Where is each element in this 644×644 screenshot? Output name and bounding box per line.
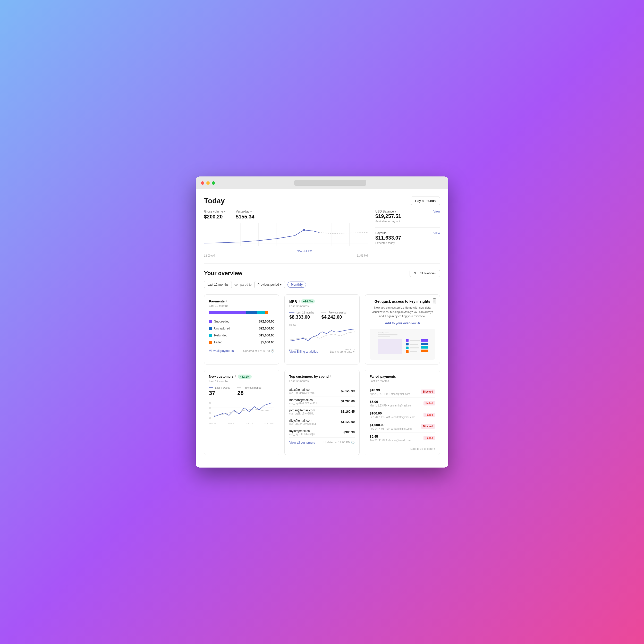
clock-icon: 🕐: [271, 349, 274, 352]
gross-volume-value: $200.20: [204, 214, 225, 220]
mrr-y-label: $8,333: [289, 324, 296, 326]
top-customers-card: Top customers by spend ℹ Last 12 months …: [284, 370, 360, 455]
svg-rect-23: [410, 340, 420, 341]
filter-row: Last 12 months compared to Previous peri…: [204, 281, 440, 288]
view-all-payments-link[interactable]: View all payments: [209, 349, 234, 353]
new-customers-subtitle: Last 12 months: [209, 380, 274, 383]
svg-text:10: 10: [209, 417, 211, 419]
legend-refunded: Refunded $15,000.00: [209, 332, 274, 339]
gear-icon: ⚙: [413, 272, 416, 275]
legend-uncaptured: Uncaptured $22,000.00: [209, 325, 274, 332]
svg-rect-30: [421, 350, 428, 352]
insight-preview: Outstanding invoices: [370, 329, 435, 360]
section-divider: [204, 263, 440, 264]
top-customers-updated: Updated at 12:00 PM 🕐: [324, 441, 355, 444]
payouts-view[interactable]: View: [433, 231, 440, 235]
top-customers-footer: View all customers Updated at 12:00 PM 🕐: [289, 441, 355, 444]
close-button[interactable]: [201, 181, 204, 185]
new-customers-info-icon: ℹ: [235, 375, 236, 378]
payouts-header: Payouts View: [375, 231, 440, 235]
new-customers-card: New customers ℹ +32.1% Last 12 months La…: [204, 370, 279, 455]
failed-payments-title: Failed payments: [370, 375, 435, 378]
svg-rect-19: [406, 339, 409, 342]
bar-succeeded: [209, 311, 246, 314]
nc-chart: 40 30 20 10 Feb 27 Mar 6 Mar 13 Mar 2022: [209, 400, 274, 425]
monthly-filter-button[interactable]: Monthly: [287, 282, 306, 288]
app-window: Today Pay out funds Gross volume ▾ $200.…: [196, 176, 448, 468]
check-icon-2: ●: [433, 447, 435, 450]
minimize-button[interactable]: [206, 181, 210, 185]
insight-card: × Get quick access to key insights Now y…: [365, 294, 440, 365]
second-row-grid: New customers ℹ +32.1% Last 12 months La…: [204, 370, 440, 455]
usd-balance-view[interactable]: View: [433, 210, 440, 213]
mrr-last12: Last 12 months $8,333.00: [289, 311, 314, 320]
mrr-last12-value: $8,333.00: [289, 315, 314, 320]
edit-overview-button[interactable]: ⚙ Edit overview: [410, 270, 440, 277]
svg-text:Outstanding invoices: Outstanding invoices: [378, 332, 389, 334]
failed-data-status: Data is up to date ●: [410, 447, 435, 450]
gross-volume-metric: Gross volume ▾ $200.20: [204, 210, 225, 220]
chevron-down-icon-2: ▾: [280, 283, 282, 286]
overview-header: Your overview ⚙ Edit overview: [204, 270, 440, 277]
mrr-card-subtitle: Last 12 months: [289, 304, 355, 308]
chart-time-end: 11:59 PM: [357, 254, 368, 257]
usd-balance-chevron[interactable]: ▾: [395, 210, 396, 213]
insight-close-button[interactable]: ×: [433, 298, 436, 304]
nc-x-mar6: Mar 6: [228, 422, 234, 425]
view-all-customers-link[interactable]: View all customers: [289, 441, 315, 444]
new-customers-title: New customers ℹ +32.1%: [209, 375, 274, 379]
overview-grid: Payments ℹ Last 12 months Succeeded $72,…: [204, 294, 440, 365]
customer-row-5: taylor@mail.cocus_LqDFXHuIvubQjk $980.99: [289, 427, 355, 438]
url-bar[interactable]: [294, 180, 366, 186]
legend-failed: Failed $5,000.00: [209, 339, 274, 346]
chart-time-start: 12:00 AM: [204, 254, 215, 257]
svg-rect-20: [406, 343, 409, 345]
payouts-block: Payouts View $11,633.07 Expected today: [375, 231, 440, 244]
payouts-sub: Expected today: [375, 241, 440, 244]
top-customers-list: alex@email.comcus_LrtFdoUCVfrYhm $2,120.…: [289, 386, 355, 438]
mrr-card: MRR ℹ +96.4% Last 12 months Last 12 mont…: [284, 294, 360, 365]
svg-rect-25: [410, 347, 419, 348]
compared-to-label: compared to: [234, 283, 252, 286]
yesterday-chevron[interactable]: ▾: [250, 210, 252, 213]
usd-balance-block: USD Balance ▾ View $19,257.51 Available …: [375, 210, 440, 223]
today-chart: Now, 4:45PM: [204, 223, 368, 246]
mrr-x-start: Feb 2022: [289, 348, 299, 351]
svg-text:30: 30: [209, 407, 211, 409]
failed-badge-3: Failed: [423, 413, 435, 417]
previous-period-filter-button[interactable]: Previous period ▾: [254, 281, 285, 288]
customer-row-3: jordan@email.comcus_LqZLrLSKy3klHL $1,16…: [289, 407, 355, 417]
failed-payments-subtitle: Last 12 months: [370, 379, 435, 383]
payments-card-subtitle: Last 12 months: [209, 304, 274, 307]
mrr-chart: $8,333 Feb 2022 Feb 2023: [289, 324, 355, 347]
yesterday-value: $155.34: [236, 214, 254, 220]
svg-rect-27: [421, 339, 428, 342]
failed-row-1: $10.99 Apr 22, 5:21 PM • ethan@mail.com …: [370, 386, 435, 398]
failed-row-4: $1,000.00 Feb 24, 4:06 PM • william@mail…: [370, 421, 435, 433]
svg-rect-17: [378, 336, 390, 337]
svg-rect-18: [378, 339, 402, 354]
nc-prev-line-indicator: [237, 387, 241, 388]
today-title: Today: [204, 197, 225, 205]
period-filter-button[interactable]: Last 12 months: [204, 281, 232, 288]
insight-body: Now you can customize Home with new data…: [370, 306, 435, 318]
usd-balance-sub: Available to pay out: [375, 220, 440, 223]
payments-card: Payments ℹ Last 12 months Succeeded $72,…: [204, 294, 279, 365]
bar-failed: [265, 311, 268, 314]
svg-rect-22: [406, 350, 409, 353]
gross-volume-chevron[interactable]: ▾: [224, 210, 225, 213]
customer-row-2: morgan@mail.cocus_LqaDWHVCbnhCeL $1,290.…: [289, 396, 355, 407]
nc-line-indicator: [209, 387, 213, 388]
right-divider: [375, 227, 440, 228]
svg-rect-24: [410, 344, 419, 345]
svg-rect-28: [421, 343, 428, 345]
mrr-badge: +96.4%: [301, 299, 315, 303]
today-main: Gross volume ▾ $200.20 Yesterday ▾ $155.…: [204, 210, 440, 257]
insight-add-link[interactable]: Add to your overview ⊕: [370, 321, 435, 325]
payout-button[interactable]: Pay out funds: [411, 197, 440, 205]
nc-x-mar2022: Mar 2022: [265, 422, 274, 425]
maximize-button[interactable]: [212, 181, 215, 185]
mrr-prev-line-indicator: [321, 312, 326, 313]
metrics-row: Gross volume ▾ $200.20 Yesterday ▾ $155.…: [204, 210, 368, 220]
failed-badge-1: Blocked: [421, 389, 435, 394]
